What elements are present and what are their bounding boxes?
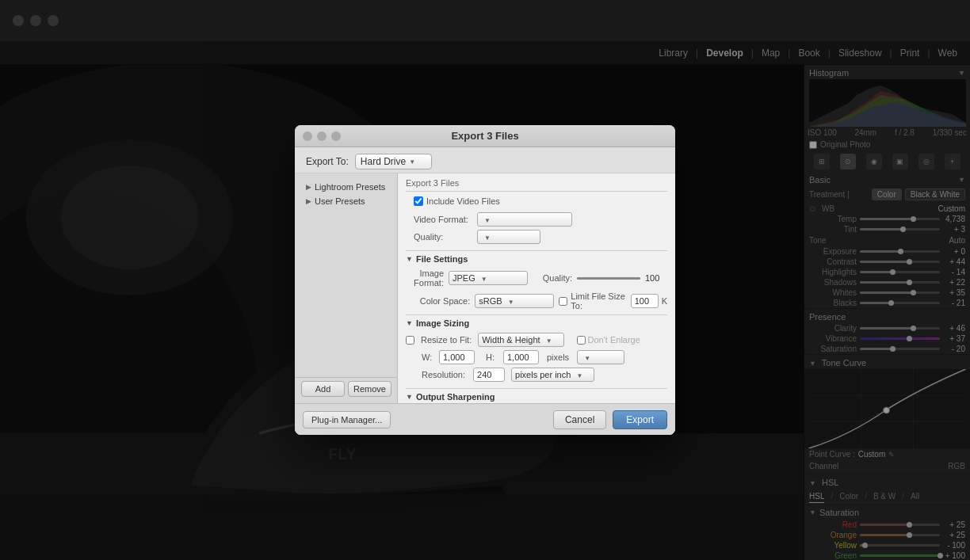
limit-size-label: Limit File Size To:	[571, 291, 627, 310]
color-space-arrow-icon: ▼	[508, 299, 514, 306]
quality-row-video: Quality: ▼	[406, 230, 667, 244]
quality-slider-label: Quality:	[533, 273, 572, 283]
sidebar-buttons: Add Remove	[295, 377, 398, 400]
include-video-row: Include Video Files	[406, 196, 667, 206]
user-presets-arrow-icon: ▶	[306, 197, 311, 205]
image-format-label: Image Format:	[406, 269, 444, 288]
export-to-value: Hard Drive	[361, 156, 406, 167]
resize-to-fit-row: Resize to Fit: Width & Height ▼ Don't En…	[406, 333, 667, 347]
dialog-overlay: Export 3 Files Export To: Hard Drive ▼ ▶…	[0, 0, 970, 560]
image-format-value: JPEG	[453, 273, 475, 283]
video-format-label: Video Format:	[414, 215, 477, 224]
resize-to-fit-value: Width & Height	[482, 335, 540, 345]
lightroom-presets-arrow-icon: ▶	[306, 183, 311, 191]
dialog-sidebar: ▶ Lightroom Presets ▶ User Presets Add R…	[295, 173, 398, 435]
image-sizing-header[interactable]: ▼ Image Sizing	[406, 318, 667, 328]
dialog-maximize[interactable]	[331, 131, 341, 141]
image-format-row: Image Format: JPEG ▼ Quality: 100	[406, 269, 667, 288]
export-to-select[interactable]: Hard Drive ▼	[355, 154, 432, 170]
h-input[interactable]	[503, 350, 539, 364]
color-space-row: Color Space: sRGB ▼ Limit File Size To: …	[406, 291, 667, 310]
quality-fill	[577, 277, 640, 280]
dialog-content-header: Export 3 Files	[406, 178, 667, 192]
section-divider-3	[406, 388, 667, 389]
dialog-minimize[interactable]	[317, 131, 327, 141]
dialog-title: Export 3 Files	[451, 130, 518, 142]
export-dialog: Export 3 Files Export To: Hard Drive ▼ ▶…	[295, 125, 675, 435]
pixels-unit-arrow-icon: ▼	[584, 355, 590, 362]
add-preset-button[interactable]: Add	[301, 381, 345, 397]
pixels-unit-select[interactable]: ▼	[577, 350, 624, 364]
w-label: W:	[422, 352, 434, 362]
dialog-body: ▶ Lightroom Presets ▶ User Presets Add R…	[295, 173, 675, 435]
output-sharpening-title: Output Sharpening	[416, 392, 495, 402]
lightroom-presets-label: Lightroom Presets	[315, 182, 385, 192]
video-format-arrow-icon: ▼	[484, 217, 491, 224]
resolution-unit-select[interactable]: pixels per inch ▼	[511, 368, 594, 382]
video-format-select[interactable]: ▼	[477, 212, 572, 227]
include-video-checkbox[interactable]	[414, 196, 423, 206]
color-space-value: sRGB	[479, 296, 502, 306]
pixels-label: pixels	[547, 352, 569, 362]
export-button[interactable]: Export	[613, 410, 667, 429]
dialog-content: Export 3 Files Include Video Files Video…	[398, 173, 675, 435]
w-input[interactable]	[439, 350, 475, 364]
user-presets-item[interactable]: ▶ User Presets	[301, 194, 391, 208]
limit-size-row: Limit File Size To: 100 K	[559, 291, 667, 310]
output-sharpening-arrow-icon: ▼	[406, 393, 413, 401]
output-sharpening-header[interactable]: ▼ Output Sharpening	[406, 392, 667, 402]
quality-track[interactable]	[577, 277, 640, 280]
user-presets-label: User Presets	[315, 196, 365, 206]
resize-to-fit-label: Resize to Fit:	[421, 335, 472, 345]
section-divider-1	[406, 250, 667, 251]
quality-select-video[interactable]: ▼	[477, 230, 540, 244]
image-format-select[interactable]: JPEG ▼	[449, 271, 528, 285]
dialog-sidebar-section: ▶ Lightroom Presets ▶ User Presets	[295, 178, 397, 210]
h-label: H:	[486, 352, 498, 362]
resize-to-fit-select[interactable]: Width & Height ▼	[478, 333, 563, 347]
color-space-label: Color Space:	[406, 296, 470, 306]
limit-size-unit: K	[662, 296, 667, 306]
color-space-select[interactable]: sRGB ▼	[475, 294, 554, 308]
resize-to-fit-checkbox[interactable]	[406, 336, 414, 345]
resolution-label: Resolution:	[422, 370, 465, 379]
image-sizing-title: Image Sizing	[416, 318, 469, 328]
export-to-arrow-icon: ▼	[409, 158, 415, 166]
resize-to-fit-arrow-icon: ▼	[546, 337, 552, 345]
lightroom-presets-item[interactable]: ▶ Lightroom Presets	[301, 180, 391, 194]
dont-enlarge-label: Don't Enlarge	[588, 335, 640, 345]
resolution-row: Resolution: pixels per inch ▼	[406, 368, 667, 382]
section-divider-2	[406, 314, 667, 315]
file-settings-title: File Settings	[416, 254, 468, 264]
ppi-label: pixels per inch	[515, 370, 571, 379]
quality-slider: Quality: 100	[533, 273, 667, 283]
wh-row: W: H: pixels ▼	[406, 350, 667, 364]
remove-preset-button[interactable]: Remove	[348, 381, 391, 397]
dialog-titlebar: Export 3 Files	[295, 125, 675, 147]
plugin-manager-button[interactable]: Plug-in Manager...	[303, 411, 391, 429]
dont-enlarge-row: Don't Enlarge	[577, 335, 640, 345]
quality-arrow-icon: ▼	[484, 234, 491, 242]
resolution-unit-arrow-icon: ▼	[576, 372, 582, 379]
quality-slider-value: 100	[645, 273, 667, 283]
footer-buttons: Cancel Export	[553, 410, 667, 429]
quality-label-video: Quality:	[414, 232, 477, 242]
limit-size-checkbox[interactable]	[559, 297, 567, 306]
dont-enlarge-checkbox[interactable]	[577, 336, 586, 345]
export-to-label: Export To:	[306, 156, 349, 167]
dialog-footer: Plug-in Manager... Cancel Export	[295, 403, 675, 435]
limit-size-input[interactable]: 100	[631, 294, 659, 308]
include-video-label: Include Video Files	[426, 196, 500, 206]
dialog-traffic-lights	[303, 131, 341, 141]
dialog-close[interactable]	[303, 131, 312, 141]
cancel-button[interactable]: Cancel	[553, 410, 606, 429]
resolution-input[interactable]	[473, 368, 505, 382]
video-format-row: Video Format: ▼	[406, 212, 667, 227]
dialog-export-to-row: Export To: Hard Drive ▼	[295, 147, 675, 173]
image-sizing-arrow-icon: ▼	[406, 319, 413, 327]
file-settings-arrow-icon: ▼	[406, 255, 413, 263]
file-settings-header[interactable]: ▼ File Settings	[406, 254, 667, 264]
image-format-arrow-icon: ▼	[481, 276, 487, 283]
